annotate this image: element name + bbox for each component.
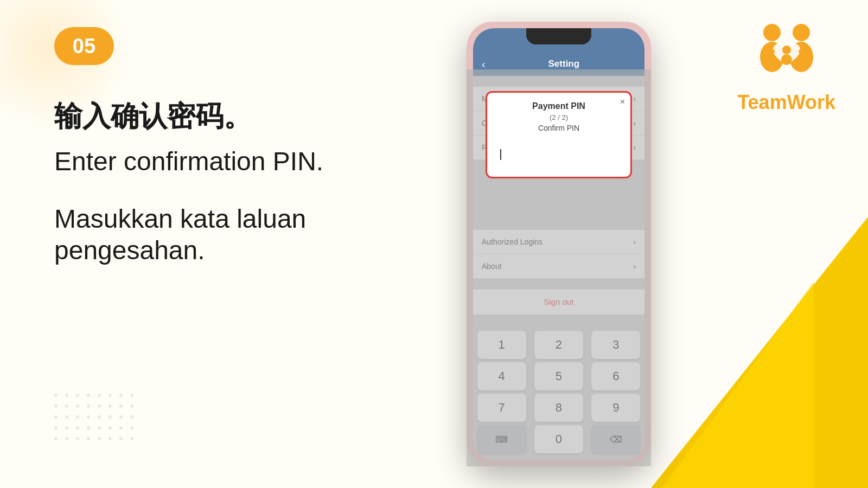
- phone-notch: [526, 28, 591, 44]
- modal-overlay: × Payment PIN (2 / 2) Confirm PIN: [473, 76, 644, 219]
- phone-mockup: ‹ Setting Mobile No/Email › Change login…: [467, 22, 651, 466]
- text-cursor: [500, 149, 501, 160]
- bg-dots-pattern: [54, 394, 138, 445]
- step-number: 05: [73, 35, 95, 58]
- svg-point-5: [781, 54, 792, 65]
- svg-point-4: [782, 46, 791, 54]
- modal-subtitle: Confirm PIN: [496, 124, 622, 132]
- nav-title: Setting: [492, 59, 636, 69]
- svg-point-0: [763, 24, 781, 41]
- malay-line2: pengesahan.: [54, 236, 205, 265]
- modal-close-button[interactable]: ×: [620, 97, 625, 107]
- english-instruction: Enter confirmation PIN.: [54, 146, 323, 176]
- malay-line1: Masukkan kata laluan: [54, 204, 306, 233]
- malay-instruction: Masukkan kata laluan pengesahan.: [54, 203, 323, 266]
- phone-screen: ‹ Setting Mobile No/Email › Change login…: [473, 28, 644, 460]
- modal-step-indicator: (2 / 2): [496, 113, 622, 121]
- teamwork-logo-icon: [751, 16, 822, 87]
- left-content: 输入确认密码。 Enter confirmation PIN. Masukkan…: [54, 98, 323, 266]
- teamwork-brand-name: TeamWork: [737, 91, 835, 114]
- back-button[interactable]: ‹: [482, 58, 486, 70]
- settings-list: Mobile No/Email › Change login password …: [473, 76, 644, 219]
- modal-title: Payment PIN: [496, 101, 622, 111]
- phone-body: ‹ Setting Mobile No/Email › Change login…: [467, 22, 651, 466]
- svg-point-2: [793, 24, 810, 41]
- bg-triangle-small: [662, 282, 814, 488]
- teamwork-logo: TeamWork: [737, 16, 835, 114]
- pin-input-area[interactable]: [496, 141, 622, 168]
- payment-pin-modal: × Payment PIN (2 / 2) Confirm PIN: [486, 91, 632, 178]
- step-badge: 05: [54, 27, 114, 65]
- chinese-instruction: 输入确认密码。: [54, 98, 323, 136]
